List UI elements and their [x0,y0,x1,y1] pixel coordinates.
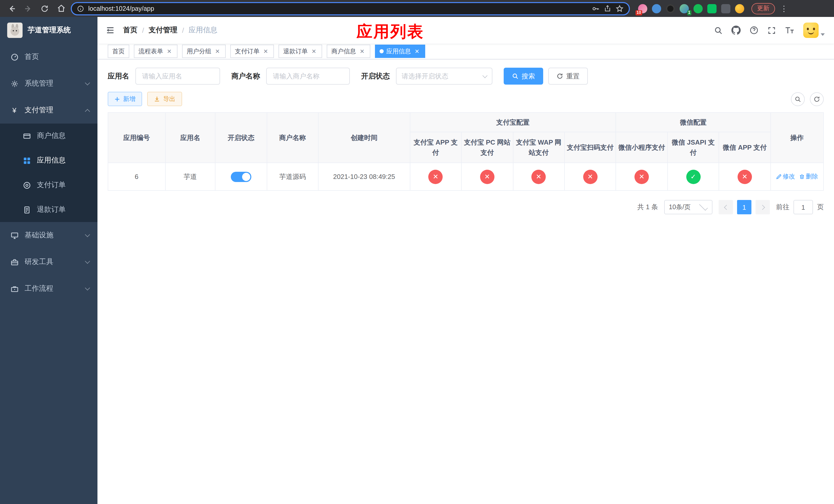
tab-merchant-info[interactable]: 商户信息 ✕ [327,45,370,58]
close-icon[interactable]: ✕ [214,48,221,55]
tab-pay-order[interactable]: 支付订单 ✕ [230,45,274,58]
page-title: 应用列表 [356,21,424,43]
alipay-pc-status-icon: ✕ [480,169,495,184]
credit-card-icon [23,132,31,140]
user-menu[interactable] [803,23,825,38]
grid-icon [23,157,31,164]
col-header-status: 开启状态 [215,113,267,163]
help-icon[interactable] [749,26,759,35]
tab-refund-order[interactable]: 退款订单 ✕ [279,45,322,58]
extension-dark-icon[interactable] [666,4,675,13]
chrome-update-button[interactable]: 更新 [751,3,775,14]
sidebar-item-app-info[interactable]: 应用信息 [0,148,97,173]
sidebar-item-workflow[interactable]: 工作流程 [0,275,97,302]
sidebar-item-dev-tools[interactable]: 研发工具 [0,249,97,275]
caret-down-icon [821,33,825,36]
extension-profile-icon[interactable]: 1 [680,4,689,13]
tab-process-form[interactable]: 流程表单 ✕ [134,45,177,58]
reset-button[interactable]: 重置 [548,68,588,85]
refresh-table-icon[interactable] [810,92,824,106]
extension-pin-icon[interactable]: 10 [638,4,647,13]
browser-back-icon[interactable] [5,2,19,15]
total-count: 共 1 条 [637,203,658,212]
tab-user-group[interactable]: 用户分组 ✕ [182,45,226,58]
browser-menu-icon[interactable]: ⋮ [780,4,788,13]
bookmark-star-icon[interactable] [615,4,624,13]
export-button[interactable]: 导出 [147,92,182,106]
url-text[interactable]: localhost:1024/pay/app [88,5,587,12]
chevron-up-icon [85,109,90,114]
app-name-input[interactable] [135,68,220,85]
browser-reload-icon[interactable] [38,2,51,15]
extension-puzzle-icon[interactable] [721,4,730,13]
filter-form: 应用名 商户名称 开启状态 请选择开启状态 [108,68,824,85]
top-navbar: 首页 / 支付管理 / 应用信息 应用列表 [97,17,834,44]
gear-icon [10,80,19,87]
col-header-actions: 操作 [770,113,824,163]
yen-icon: ¥ [10,106,19,114]
add-button[interactable]: 新增 [108,92,142,106]
app-name-label: 应用名 [108,71,129,81]
browser-forward-icon[interactable] [22,2,35,15]
prev-page-button[interactable] [719,200,733,214]
share-icon[interactable] [604,5,611,12]
cell-app-id: 6 [108,163,165,190]
page-number-button[interactable]: 1 [737,200,751,214]
password-key-icon[interactable] [591,4,599,13]
sidebar-item-home[interactable]: 首页 [0,44,97,70]
tab-app-info[interactable]: 应用信息 ✕ [375,45,425,58]
close-icon[interactable]: ✕ [310,48,317,55]
pagination: 共 1 条 10条/页 1 前往 页 [108,200,824,214]
search-icon[interactable] [714,26,723,35]
url-bar[interactable]: localhost:1024/pay/app [71,2,630,15]
close-icon[interactable]: ✕ [166,48,173,55]
extension-face-icon[interactable] [735,4,744,13]
breadcrumb-home[interactable]: 首页 [123,26,137,35]
col-header-app-id: 应用编号 [108,113,165,163]
sidebar-item-infra[interactable]: 基础设施 [0,222,97,249]
sidebar-item-payment[interactable]: ¥ 支付管理 [0,97,97,123]
extension-green-circle-icon[interactable] [694,4,703,13]
github-icon[interactable] [731,26,741,35]
user-avatar[interactable] [803,23,819,38]
goto-prefix: 前往 [776,203,789,212]
merchant-name-input[interactable] [266,68,350,85]
fullscreen-icon[interactable] [767,26,776,35]
sidebar-toggle-icon[interactable] [106,26,115,35]
sidebar-logo[interactable]: 芋道管理系统 [0,17,97,44]
cell-created: 2021-10-23 08:49:25 [318,163,410,190]
wx-jsapi-status-icon: ✓ [686,169,700,184]
font-size-icon[interactable] [785,26,794,35]
page-content: 应用名 商户名称 开启状态 请选择开启状态 [97,60,834,504]
extensions-area: 10 1 [638,4,744,13]
sidebar-item-merchant-info[interactable]: 商户信息 [0,123,97,148]
tab-home[interactable]: 首页 [108,45,129,58]
close-icon[interactable]: ✕ [413,48,421,55]
site-info-icon[interactable] [77,5,84,12]
extension-chat-icon[interactable] [707,4,717,13]
goto-suffix: 页 [817,203,824,212]
close-icon[interactable]: ✕ [262,48,269,55]
chevron-down-icon [85,80,90,85]
browser-home-icon[interactable] [54,2,68,15]
search-button[interactable]: 搜索 [504,68,543,85]
app-title: 芋道管理系统 [28,26,71,35]
status-select[interactable]: 请选择开启状态 [396,68,492,85]
status-toggle[interactable] [231,171,251,182]
sidebar-item-refund-order[interactable]: 退款订单 [0,198,97,222]
edit-link[interactable]: 修改 [776,172,795,181]
show-search-toggle-icon[interactable] [791,92,805,106]
delete-link[interactable]: 删除 [799,172,818,181]
close-icon[interactable]: ✕ [358,48,366,55]
sidebar-item-pay-order[interactable]: 支付订单 [0,173,97,198]
dashboard-icon [10,53,19,61]
breadcrumb-payment[interactable]: 支付管理 [149,26,177,35]
cell-status [215,163,267,190]
sidebar-item-system[interactable]: 系统管理 [0,70,97,97]
col-header-wx-jsapi: 微信 JSAPI 支付 [667,132,719,163]
table-row: 6 芋道 芋道源码 2021-10-23 08:49:25 ✕ ✕ ✕ ✕ ✕ [108,163,824,190]
extension-drop-icon[interactable] [652,4,661,13]
goto-page-input[interactable] [793,200,813,214]
page-size-select[interactable]: 10条/页 [664,200,712,214]
next-page-button[interactable] [755,200,770,214]
